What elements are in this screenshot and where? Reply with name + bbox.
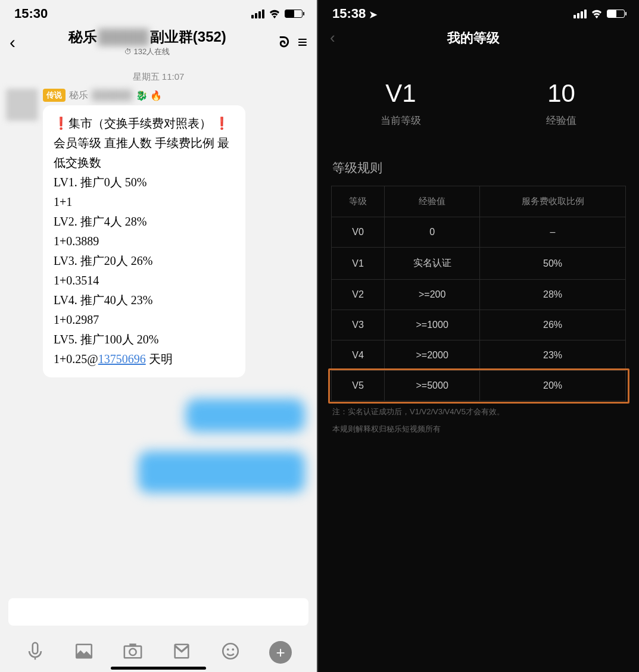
level-screen: 15:38 ➤ ‹ 我的等级 V1 当前等级 10 经验值 等级规则	[318, 0, 639, 672]
redpacket-icon[interactable]	[172, 641, 192, 664]
svg-point-7	[232, 648, 234, 651]
svg-point-2	[129, 649, 136, 655]
clock-icon: ⏱	[124, 48, 132, 56]
status-bar: 15:38 ➤	[318, 0, 639, 24]
battery-icon	[607, 10, 625, 18]
level-summary: V1 当前等级 10 经验值	[318, 59, 639, 144]
table-row: V5>=500020%	[332, 371, 626, 401]
sender-line: 传说 秘乐 ██████ 🐉 🔥	[43, 89, 311, 102]
outgoing-blurred-2	[0, 448, 317, 496]
phone-link[interactable]: 13750696	[98, 352, 146, 365]
chat-input[interactable]	[8, 598, 308, 626]
status-time: 15:30	[14, 6, 48, 21]
back-button[interactable]: ‹	[330, 29, 335, 47]
nav-bar: ‹ 我的等级	[318, 24, 639, 59]
message-row: 传说 秘乐 ██████ 🐉 🔥 ❗集市（交换手续费对照表） ❗会员等级 直推人…	[0, 89, 317, 377]
back-button[interactable]: ‹	[10, 32, 15, 52]
gallery-icon[interactable]	[74, 641, 94, 664]
note-line-1: 注：实名认证成功后，V1/V2/V3/V4/V5才会有效。	[318, 401, 639, 423]
menu-icon[interactable]: ≡	[298, 33, 307, 52]
more-button[interactable]: +	[269, 641, 292, 664]
wifi-icon	[590, 9, 603, 18]
col-fee: 服务费收取比例	[480, 186, 626, 217]
sender-badge: 传说	[43, 89, 66, 102]
page-title: 我的等级	[335, 29, 612, 47]
avatar[interactable]	[6, 89, 38, 121]
table-row: V4>=200023%	[332, 340, 626, 371]
current-level-value: V1	[381, 79, 421, 108]
outgoing-blurred-1	[0, 395, 317, 436]
status-bar: 15:30	[0, 0, 317, 24]
signal-icon	[251, 10, 264, 18]
level-table: 等级 经验值 服务费收取比例 V00–V1实名认证50%V2>=20028%V3…	[331, 186, 626, 401]
table-row: V2>=20028%	[332, 280, 626, 310]
level-table-wrap: 等级 经验值 服务费收取比例 V00–V1实名认证50%V2>=20028%V3…	[318, 186, 639, 401]
table-row: V00–	[332, 217, 626, 248]
voice-icon[interactable]	[25, 641, 45, 664]
svg-point-5	[223, 643, 238, 659]
status-icons	[573, 9, 625, 18]
chat-toolbar: +	[0, 641, 317, 664]
chat-title: 秘乐 █████ 副业群(352)	[20, 27, 275, 46]
svg-rect-1	[124, 646, 141, 658]
wifi-icon	[268, 9, 281, 18]
group-icon[interactable]: ᘐ	[279, 34, 289, 51]
message-bubble[interactable]: ❗集市（交换手续费对照表） ❗会员等级 直推人数 手续费比例 最低交换数LV1.…	[43, 105, 245, 377]
table-row: V1实名认证50%	[332, 248, 626, 280]
status-time: 15:38	[332, 6, 366, 21]
date-separator: 星期五 11:07	[0, 63, 317, 89]
emoji-icon[interactable]	[220, 641, 241, 664]
exp-label: 经验值	[546, 114, 576, 127]
chat-screen: 15:30 ‹ 秘乐 █████ 副业群(352) ⏱ 132人在线	[0, 0, 318, 672]
status-icons	[251, 9, 303, 18]
table-row: V3>=100026%	[332, 310, 626, 340]
current-level-label: 当前等级	[381, 114, 421, 127]
chat-subtitle: ⏱ 132人在线	[20, 46, 275, 57]
exp-value: 10	[546, 79, 576, 108]
col-exp: 经验值	[385, 186, 480, 217]
col-level: 等级	[332, 186, 385, 217]
svg-rect-3	[129, 643, 136, 646]
svg-point-6	[227, 648, 229, 651]
location-icon: ➤	[369, 10, 377, 20]
rules-title: 等级规则	[318, 144, 639, 186]
chat-header: ‹ 秘乐 █████ 副业群(352) ⏱ 132人在线 ᘐ ≡	[0, 24, 317, 63]
note-line-2: 本规则解释权归秘乐短视频所有	[318, 423, 639, 440]
battery-icon	[285, 10, 303, 18]
signal-icon	[573, 10, 587, 18]
home-indicator[interactable]	[111, 667, 206, 670]
camera-icon[interactable]	[123, 641, 143, 664]
